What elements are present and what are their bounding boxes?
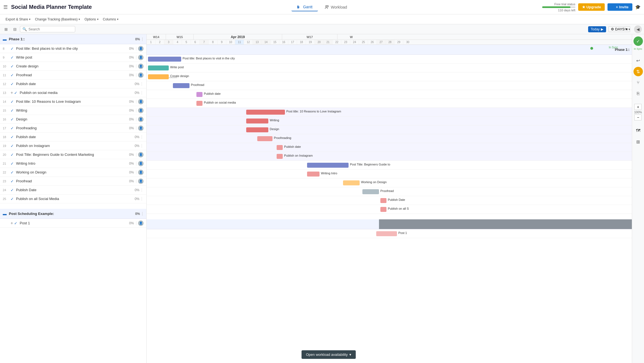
star-icon: ★: [582, 5, 585, 9]
open-workload-button[interactable]: Open workload availability ▾: [302, 350, 356, 359]
table-row[interactable]: 19 ✓ Publish on Instagram 0%: [0, 141, 146, 150]
map-button[interactable]: 🗺: [633, 126, 643, 135]
gantt-bar-publish-date-18[interactable]: [277, 145, 283, 150]
table-row[interactable]: 9 ✓ Write post 0% 👤: [0, 53, 146, 62]
gantt-row: Post Title: Beginners Guide to: [147, 161, 632, 170]
check-icon: ✓: [11, 64, 16, 69]
check-icon: ✓: [11, 135, 16, 139]
sync-button[interactable]: ✓: [633, 36, 643, 46]
zoom-out-button[interactable]: −: [634, 114, 642, 120]
check-icon: ✓: [11, 188, 16, 192]
check-icon: ✓: [11, 197, 16, 201]
table-row[interactable]: 18 ✓ Publish date 0%: [0, 133, 146, 141]
gantt-chart: W14 W15 Apr 2019 W17 W 1 2 3 4 5 6 7 8 9…: [147, 34, 632, 363]
svg-point-4: [327, 6, 328, 7]
branch-button[interactable]: ⑂: [633, 78, 643, 87]
bar-label: Publish date: [204, 92, 221, 95]
hamburger-icon[interactable]: ☰: [3, 4, 8, 10]
table-row[interactable]: 24 ✓ Publish Date 0%: [0, 186, 146, 194]
day-cell: 30: [403, 40, 412, 44]
gantt-bar-proofreading[interactable]: [257, 136, 272, 141]
phase2-header[interactable]: ▬ Post Scheduling Example: 0%: [0, 209, 146, 219]
table-row[interactable]: 17 ✓ Proofreading 0% 👤: [0, 124, 146, 133]
bar-label: Publish date: [284, 145, 301, 148]
avatar: 👤: [138, 46, 144, 51]
spacer: [0, 203, 146, 209]
tab-gantt[interactable]: Gantt: [291, 3, 318, 11]
gantt-bar-publish-instagram[interactable]: [277, 154, 283, 159]
table-row[interactable]: 10 ✓ Create design 0% 👤: [0, 62, 146, 71]
gantt-bar-post1[interactable]: [376, 231, 397, 236]
right-sidebar: ✓ In Sync ↩ ⇅ ⑂ ⎘ + 100% − 🗺 ⊞: [632, 34, 644, 363]
copy-button[interactable]: ⎘: [633, 89, 643, 98]
search-input[interactable]: [28, 27, 73, 31]
back-button[interactable]: ◀: [634, 25, 642, 33]
gantt-bar-beginners[interactable]: [307, 163, 349, 168]
table-row[interactable]: 8 ✓ Post title: Best places to visit in …: [0, 44, 146, 53]
table-row[interactable]: 23 ✓ Proofread 0% 👤: [0, 177, 146, 186]
help-icon[interactable]: 🎓: [635, 4, 641, 10]
week-label: W15: [166, 34, 194, 40]
gantt-bar-publish-social[interactable]: [196, 101, 202, 106]
table-row[interactable]: 14 ✓ Post title: 10 Reasons to Love Inst…: [0, 97, 146, 106]
tab-workload[interactable]: Workload: [319, 3, 353, 11]
table-row[interactable]: 20 ✓ Post Title: Beginners Guide to Cont…: [0, 150, 146, 159]
gantt-bar-writing-intro[interactable]: [307, 172, 320, 177]
zoom-in-button[interactable]: +: [634, 104, 642, 110]
expand-icon[interactable]: ⊞: [2, 25, 10, 33]
sort-button[interactable]: ⇅: [633, 67, 643, 76]
gantt-bar-publish-all[interactable]: [380, 207, 386, 212]
phase2-toggle-icon[interactable]: ▬: [3, 212, 7, 216]
export-share-button[interactable]: Export & Share ▾: [3, 16, 33, 22]
gantt-bar-10reasons[interactable]: [246, 110, 285, 115]
add-icon[interactable]: +: [11, 221, 13, 226]
gantt-bar-proofread-23[interactable]: [362, 189, 379, 194]
bar-label: Design: [270, 127, 279, 131]
bar-label: Post Title: Beginners Guide to: [350, 163, 390, 166]
columns-button[interactable]: Columns ▾: [101, 16, 121, 22]
add-subtask-icon[interactable]: +: [11, 90, 13, 95]
table-row[interactable]: 25 ✓ Publish on all Social Media 0%: [0, 194, 146, 203]
table-row[interactable]: 21 ✓ Writing Intro 0% 👤: [0, 159, 146, 168]
check-icon: ✓: [11, 82, 16, 86]
phase1-toggle-icon[interactable]: ▬: [3, 37, 7, 41]
gantt-bar-create-design[interactable]: [148, 74, 169, 79]
table-row[interactable]: 22 ✓ Working on Design 0% 👤: [0, 168, 146, 177]
options-button[interactable]: Options ▾: [82, 16, 100, 22]
search-icon: 🔍: [22, 27, 27, 31]
search-box[interactable]: 🔍: [20, 26, 75, 32]
gantt-bar-best-places[interactable]: [148, 57, 181, 62]
today-button[interactable]: Today ▶: [588, 26, 606, 32]
table-row[interactable]: + ✓ Post 1 0% 👤: [0, 219, 146, 228]
day-cell: 8: [209, 40, 217, 44]
change-tracking-button[interactable]: Change Tracking (Baselines) ▾: [33, 16, 82, 22]
upgrade-button[interactable]: ★ Upgrade: [578, 3, 605, 11]
gantt-bar-publish-date[interactable]: [196, 92, 202, 97]
table-row[interactable]: 15 ✓ Writing 0% 👤: [0, 106, 146, 115]
table-row[interactable]: 12 ✓ Publish date 0%: [0, 80, 146, 88]
gantt-bar-write-post[interactable]: [148, 65, 169, 70]
table-button[interactable]: ⊞: [633, 137, 643, 146]
gantt-bar-design[interactable]: [246, 127, 268, 132]
gantt-row: Publish on all S: [147, 205, 632, 214]
check-icon: ✓: [11, 161, 16, 166]
table-row[interactable]: 16 ✓ Design 0% 👤: [0, 115, 146, 124]
gantt-bar-writing[interactable]: [246, 119, 268, 123]
table-row[interactable]: 11 ✓ Proofread 0% 👤: [0, 71, 146, 80]
gantt-header: W14 W15 Apr 2019 W17 W 1 2 3 4 5 6 7 8 9…: [147, 34, 632, 45]
gantt-bar-working-design[interactable]: [343, 180, 360, 185]
gantt-row: Design: [147, 125, 632, 134]
gantt-bar-proofread[interactable]: [173, 83, 189, 88]
table-row[interactable]: 13 + ✓ Publish on social media 0%: [0, 88, 146, 97]
undo-button[interactable]: ↩: [633, 56, 643, 65]
day-cell: 22: [333, 40, 341, 44]
days-button[interactable]: ⚙ DAYS ▾: [608, 26, 630, 32]
day-cell: 25: [359, 40, 368, 44]
app-header: ☰ Social Media Planner Template Gantt Wo…: [0, 0, 644, 14]
toolbar2-left: ⊞ ⊟ 🔍: [2, 25, 75, 33]
invite-button[interactable]: 👤+ Invite: [607, 3, 632, 11]
phase1-header[interactable]: ▬ Phase 1:: 0%: [0, 34, 146, 44]
collapse-icon[interactable]: ⊟: [11, 25, 19, 33]
gantt-bar-publish-date-24[interactable]: [380, 198, 386, 203]
gantt-row: Proofread: [147, 187, 632, 196]
